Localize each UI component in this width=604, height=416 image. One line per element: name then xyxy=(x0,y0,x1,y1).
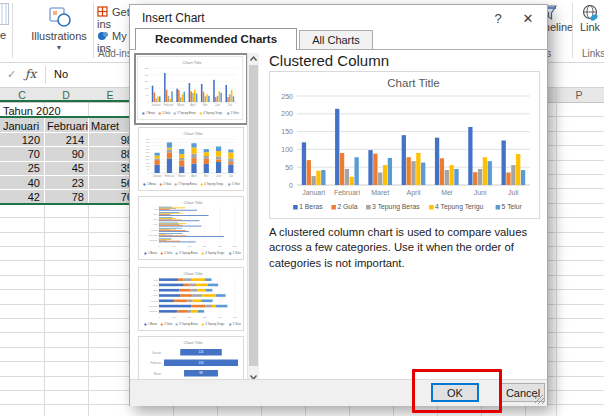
links-group-label: Links xyxy=(582,48,604,59)
illustrations-button[interactable]: Illustrations ▾ xyxy=(28,2,90,60)
svg-text:100: 100 xyxy=(172,316,177,318)
help-button[interactable]: ? xyxy=(489,11,507,26)
cell-value[interactable]: 42 xyxy=(2,191,40,203)
clustered-column-chart: Chart Title050100150200250JanuariFebruar… xyxy=(270,72,537,216)
svg-text:Chart Title: Chart Title xyxy=(183,131,203,136)
svg-text:April: April xyxy=(190,103,196,107)
svg-text:Juli: Juli xyxy=(228,103,232,107)
preview-heading: Clustered Column xyxy=(269,52,389,69)
svg-text:3 Tepung Beras: 3 Tepung Beras xyxy=(179,322,198,326)
svg-text:50: 50 xyxy=(173,245,176,247)
cell-value[interactable]: 214 xyxy=(46,134,84,146)
svg-text:Juni: Juni xyxy=(474,189,487,196)
cell-value[interactable]: 25 xyxy=(2,162,40,174)
chart-thumbnail-list[interactable]: Chart Title050100150200250JanuariFebruar… xyxy=(130,53,247,383)
cell-month-februari[interactable]: Februari xyxy=(47,120,88,132)
chart-thumbnail-stacked-bar[interactable]: Chart Title0100200300400500JanuariFebrua… xyxy=(138,267,244,331)
svg-text:Mei: Mei xyxy=(153,218,157,221)
cell-value[interactable]: 120 xyxy=(2,134,40,146)
svg-text:Februari: Februari xyxy=(148,305,158,308)
svg-text:1 Beras: 1 Beras xyxy=(148,251,158,255)
svg-text:3 Tepung Beras: 3 Tepung Beras xyxy=(178,182,197,186)
svg-text:98: 98 xyxy=(199,371,203,375)
svg-text:2 Gula: 2 Gula xyxy=(163,182,171,186)
svg-text:Februari: Februari xyxy=(334,189,361,196)
svg-text:4 Tepung Terigu: 4 Tepung Terigu xyxy=(204,182,224,186)
svg-text:2 Gula: 2 Gula xyxy=(164,251,172,255)
cell-value[interactable]: 56 xyxy=(95,177,133,189)
column-header-p[interactable]: P xyxy=(569,89,589,101)
excel-window: e Illustrations ▾ Get Add-ins My A xyxy=(0,0,604,416)
chart-thumbnail-clustered-bar[interactable]: Chart Title050100150200250JanuariFebruar… xyxy=(138,196,244,260)
svg-text:1 Beras: 1 Beras xyxy=(147,182,157,186)
tab-recommended-charts[interactable]: Recommended Charts xyxy=(135,28,297,50)
stacked-column-thumb-chart: Chart Title05010015020025030035040045050… xyxy=(139,128,243,190)
svg-text:5 Telur: 5 Telur xyxy=(232,182,240,186)
grid-vline xyxy=(556,88,557,416)
cell-month-januari[interactable]: Januari xyxy=(3,120,39,132)
chart-thumbnail-clustered-column-selected[interactable]: Chart Title050100150200250JanuariFebruar… xyxy=(134,53,247,125)
cell-value[interactable]: 88 xyxy=(95,148,133,160)
fx-icon[interactable]: ƒx xyxy=(25,67,36,81)
dialog-title: Insert Chart xyxy=(142,11,205,25)
svg-text:Maret: Maret xyxy=(177,103,184,107)
thumb-surface: Chart Title050100150200250JanuariFebruar… xyxy=(137,56,243,120)
resize-grip[interactable] xyxy=(535,395,544,404)
svg-text:0: 0 xyxy=(158,316,160,318)
svg-text:Mei: Mei xyxy=(203,103,208,107)
svg-text:250: 250 xyxy=(233,245,238,247)
cell-value[interactable]: 90 xyxy=(46,148,84,160)
scroll-up-button[interactable] xyxy=(248,53,259,65)
close-button[interactable]: ✕ xyxy=(519,11,537,26)
svg-text:100: 100 xyxy=(187,245,192,247)
svg-text:Chart Title: Chart Title xyxy=(183,200,203,205)
cell-value[interactable]: 78 xyxy=(46,191,84,203)
cell-title[interactable]: Tahun 2020 xyxy=(3,105,61,117)
svg-text:Januari: Januari xyxy=(153,174,162,178)
cell-value[interactable]: 35 xyxy=(95,162,133,174)
cell-value[interactable]: 98 xyxy=(95,134,133,146)
svg-text:400: 400 xyxy=(146,145,150,147)
illustrations-label: Illustrations xyxy=(28,30,90,42)
addins-group-label: Add-ins xyxy=(98,48,132,59)
svg-text:250: 250 xyxy=(146,155,150,157)
svg-text:3 Tepung Beras: 3 Tepung Beras xyxy=(179,251,198,255)
cell-value[interactable]: 40 xyxy=(2,177,40,189)
svg-text:4 Tepung Terigu: 4 Tepung Terigu xyxy=(205,322,225,326)
svg-text:2 Gula: 2 Gula xyxy=(164,322,172,326)
svg-text:Chart Title: Chart Title xyxy=(183,340,203,345)
stacked-bar-thumb-chart: Chart Title0100200300400500JanuariFebrua… xyxy=(139,268,243,330)
svg-text:250: 250 xyxy=(145,67,149,69)
chevron-down-icon: ▾ xyxy=(28,43,90,52)
svg-text:Juli: Juli xyxy=(229,174,233,178)
svg-text:4 Tepung Terigu: 4 Tepung Terigu xyxy=(205,251,225,255)
clipped-ribbon-icon xyxy=(0,3,9,25)
svg-text:April: April xyxy=(406,189,420,197)
selected-columns-underline xyxy=(0,100,130,102)
svg-text:Juli: Juli xyxy=(154,208,158,211)
svg-text:150: 150 xyxy=(145,80,149,82)
cell-month-maret[interactable]: Maret xyxy=(91,120,119,132)
formula-input[interactable]: No xyxy=(54,68,68,80)
thumbnail-scrollbar[interactable] xyxy=(247,53,259,383)
svg-text:200: 200 xyxy=(187,316,192,318)
enter-check-icon[interactable]: ✓ xyxy=(7,68,16,81)
cell-value[interactable]: 70 xyxy=(2,148,40,160)
cell-value[interactable]: 23 xyxy=(46,177,84,189)
svg-text:April: April xyxy=(191,174,197,178)
svg-text:Februari: Februari xyxy=(148,234,158,237)
svg-text:150: 150 xyxy=(146,162,150,164)
cell-value[interactable]: 76 xyxy=(95,191,133,203)
svg-text:120: 120 xyxy=(198,350,203,354)
svg-text:Mei: Mei xyxy=(441,189,453,196)
tab-all-charts[interactable]: All Charts xyxy=(299,30,373,49)
chart-thumbnail-funnel[interactable]: Chart TitleJanuari120Februari214Maret98A… xyxy=(138,336,244,383)
svg-text:150: 150 xyxy=(203,245,208,247)
clustered-bar-thumb-chart: Chart Title050100150200250JanuariFebruar… xyxy=(139,197,243,259)
cell-value[interactable]: 45 xyxy=(46,162,84,174)
scrollbar-thumb[interactable] xyxy=(249,65,258,366)
svg-text:3 Tepung Beras: 3 Tepung Beras xyxy=(372,203,420,211)
chart-thumbnail-stacked-column[interactable]: Chart Title05010015020025030035040045050… xyxy=(138,127,244,191)
svg-text:Februari: Februari xyxy=(151,361,162,365)
svg-text:214: 214 xyxy=(198,361,203,365)
